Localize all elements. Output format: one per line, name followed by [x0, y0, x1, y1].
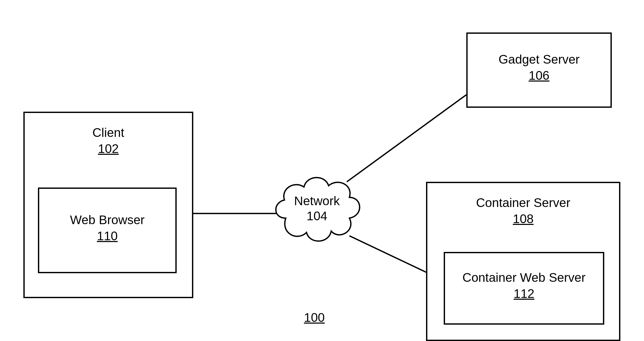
diagram-canvas: Client 102 Web Browser 110 Network 104 G…	[0, 0, 644, 341]
container-web-server-ref: 112	[444, 286, 604, 301]
network-ref: 104	[307, 209, 327, 223]
figure-ref-number: 100	[299, 310, 330, 325]
gadget-server-ref: 106	[466, 68, 612, 83]
network-label: Network 104	[278, 193, 356, 223]
figure-ref: 100	[299, 309, 330, 325]
container-web-server-title: Container Web Server	[462, 271, 586, 284]
svg-line-1	[347, 95, 466, 182]
web-browser-ref: 110	[38, 229, 177, 244]
gadget-server-label: Gadget Server 106	[466, 52, 612, 83]
container-server-ref: 108	[426, 211, 620, 226]
container-web-server-label: Container Web Server 112	[444, 270, 604, 301]
client-title: Client	[92, 126, 124, 139]
network-title: Network	[294, 194, 340, 208]
container-server-title: Container Server	[476, 196, 570, 210]
web-browser-title: Web Browser	[70, 213, 144, 227]
container-server-label: Container Server 108	[426, 195, 620, 226]
gadget-server-title: Gadget Server	[499, 52, 580, 66]
client-label: Client 102	[23, 125, 193, 156]
client-ref: 102	[23, 141, 193, 156]
web-browser-label: Web Browser 110	[38, 212, 177, 243]
